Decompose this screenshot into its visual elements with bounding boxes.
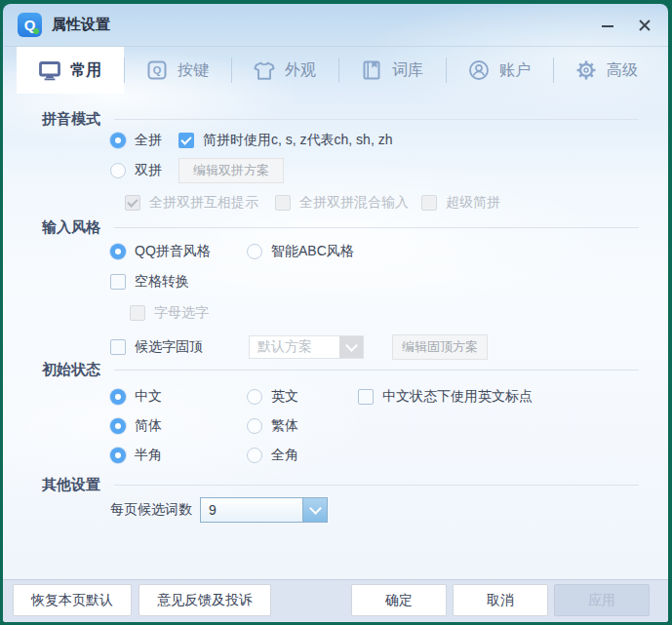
row-style: QQ拼音风格 智能ABC风格 — [3, 238, 668, 265]
row-language: 中文 英文 中文状态下使用英文标点 — [3, 383, 668, 410]
section-title: 其他设置 — [42, 476, 100, 494]
mixed-label: 全拼双拼混合输入 — [299, 194, 409, 212]
tab-advanced[interactable]: 高级 — [553, 47, 660, 94]
row-shuangpin: 双拼 编辑双拼方案 — [3, 157, 668, 184]
close-button[interactable] — [637, 18, 652, 33]
row-candidate-pin: 候选字固顶 默认方案 编辑固顶方案 — [3, 333, 668, 361]
radio-off-icon[interactable] — [110, 163, 126, 178]
candidates-per-page-label: 每页候选词数 — [110, 501, 192, 519]
edit-pin-button[interactable]: 编辑固顶方案 — [392, 334, 488, 360]
half-width-radio[interactable]: 半角 — [110, 447, 162, 464]
apply-button: 应用 — [554, 584, 650, 616]
radio-on-icon[interactable] — [110, 133, 126, 148]
hint-checkbox: 全拼双拼互相提示 — [125, 194, 258, 212]
radio-on-icon[interactable] — [110, 448, 126, 463]
tab-keys[interactable]: Q 按键 — [124, 47, 231, 94]
row-width: 半角 全角 — [3, 442, 668, 469]
section-other: 其他设置 — [42, 473, 639, 496]
section-input-style: 输入风格 — [42, 215, 639, 239]
checkbox-icon[interactable] — [110, 274, 126, 290]
section-title: 初始状态 — [42, 361, 100, 379]
traditional-label: 繁体 — [271, 417, 298, 435]
tab-account[interactable]: 账户 — [446, 47, 553, 94]
section-divider — [114, 227, 639, 228]
edit-shuangpin-button[interactable]: 编辑双拼方案 — [178, 158, 284, 183]
candidate-pin-checkbox[interactable]: 候选字固顶 — [110, 338, 203, 356]
gear-icon — [575, 59, 597, 81]
shuangpin-radio[interactable]: 双拼 — [110, 162, 162, 179]
window-title: 属性设置 — [52, 16, 110, 34]
jianpin-label: 简拼时使用c, s, z代表ch, sh, zh — [203, 132, 392, 149]
candidates-per-page-label-wrap: 每页候选词数 — [110, 501, 192, 519]
minimize-button[interactable] — [600, 18, 615, 33]
tab-label: 高级 — [607, 60, 638, 81]
chinese-label: 中文 — [135, 388, 162, 406]
tab-general[interactable]: 常用 — [17, 47, 124, 94]
key-icon: Q — [146, 59, 168, 81]
feedback-label: 意见反馈及投诉 — [157, 592, 253, 609]
ok-label: 确定 — [385, 592, 413, 609]
chevron-down-icon[interactable] — [302, 498, 327, 522]
feedback-button[interactable]: 意见反馈及投诉 — [138, 584, 271, 616]
qq-style-radio[interactable]: QQ拼音风格 — [110, 243, 211, 260]
restore-defaults-button[interactable]: 恢复本页默认 — [13, 584, 132, 616]
section-initial-state: 初始状态 — [42, 358, 639, 381]
section-divider — [114, 485, 639, 486]
radio-off-icon[interactable] — [247, 418, 262, 434]
radio-off-icon[interactable] — [247, 448, 262, 463]
space-convert-label: 空格转换 — [135, 273, 189, 291]
radio-on-icon[interactable] — [110, 418, 126, 434]
row-shuangpin-options: 全拼双拼互相提示 全拼双拼混合输入 超级简拼 — [3, 189, 668, 216]
abc-style-label: 智能ABC风格 — [271, 243, 354, 260]
candidates-per-page-value: 9 — [201, 498, 302, 522]
candidates-per-page-dropdown[interactable]: 9 — [200, 497, 328, 523]
window-controls — [600, 4, 652, 46]
footer-right-buttons: 确定 取消 应用 — [351, 584, 650, 616]
space-convert-checkbox[interactable]: 空格转换 — [110, 273, 189, 291]
qq-pinyin-logo-icon: Q — [18, 13, 42, 37]
quanpin-radio[interactable]: 全拼 — [110, 132, 162, 149]
mixed-checkbox: 全拼双拼混合输入 — [275, 194, 409, 212]
checkbox-checked-icon[interactable] — [178, 133, 194, 148]
simplified-label: 简体 — [135, 417, 162, 435]
tab-label: 常用 — [70, 60, 101, 81]
abc-style-radio[interactable]: 智能ABC风格 — [247, 243, 354, 260]
simplified-radio[interactable]: 简体 — [110, 417, 162, 435]
tshirt-icon — [254, 60, 275, 81]
shuangpin-label: 双拼 — [135, 162, 162, 179]
english-punct-checkbox[interactable]: 中文状态下使用英文标点 — [358, 388, 533, 406]
tab-dictionary[interactable]: 词库 — [338, 47, 446, 94]
radio-on-icon[interactable] — [110, 389, 126, 405]
row-quanpin: 全拼 简拼时使用c, s, z代表ch, sh, zh — [3, 127, 668, 154]
radio-off-icon[interactable] — [247, 244, 262, 259]
row-charset: 简体 繁体 — [3, 412, 668, 440]
section-divider — [114, 119, 639, 120]
cancel-label: 取消 — [487, 592, 514, 609]
radio-on-icon[interactable] — [110, 244, 126, 259]
tab-label: 外观 — [285, 60, 316, 81]
dictionary-icon — [361, 59, 382, 81]
settings-window: Q 属性设置 常用 Q 按键 — [3, 4, 668, 622]
ok-button[interactable]: 确定 — [351, 584, 447, 616]
tab-appearance[interactable]: 外观 — [231, 47, 338, 94]
edit-pin-label: 编辑固顶方案 — [402, 338, 478, 356]
letter-select-label: 字母选字 — [154, 304, 209, 322]
candidate-pin-label: 候选字固顶 — [135, 338, 203, 356]
checkbox-icon[interactable] — [358, 389, 374, 405]
full-width-radio[interactable]: 全角 — [247, 447, 298, 464]
title-bar: Q 属性设置 — [3, 4, 668, 47]
english-radio[interactable]: 英文 — [247, 388, 298, 406]
checkbox-disabled-icon — [421, 195, 437, 211]
logo-green-dot — [33, 28, 39, 34]
english-punct-label: 中文状态下使用英文标点 — [382, 388, 533, 406]
checkbox-icon[interactable] — [110, 339, 126, 355]
traditional-radio[interactable]: 繁体 — [247, 417, 298, 435]
jianpin-checkbox[interactable]: 简拼时使用c, s, z代表ch, sh, zh — [178, 132, 392, 149]
restore-defaults-label: 恢复本页默认 — [31, 592, 113, 609]
radio-off-icon[interactable] — [247, 389, 262, 405]
chinese-radio[interactable]: 中文 — [110, 388, 162, 406]
full-width-label: 全角 — [271, 447, 298, 464]
super-jianpin-label: 超级简拼 — [446, 194, 500, 212]
chevron-down-icon — [339, 336, 363, 358]
cancel-button[interactable]: 取消 — [453, 584, 548, 616]
